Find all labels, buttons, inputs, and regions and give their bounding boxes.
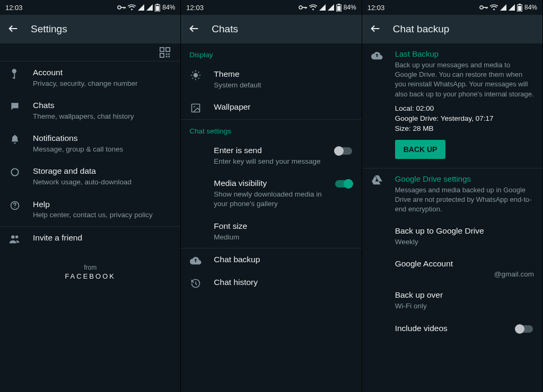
back-icon[interactable] <box>370 23 381 36</box>
svg-rect-3 <box>125 7 126 8</box>
svg-rect-9 <box>160 54 164 57</box>
chats-item-history[interactable]: Chat history <box>181 271 361 295</box>
section-display: Display <box>181 43 361 63</box>
svg-rect-32 <box>487 7 487 8</box>
vpn-key-icon <box>479 5 488 10</box>
gdrive-block: Google Drive settings Messages and media… <box>362 168 542 220</box>
svg-rect-1 <box>121 7 125 8</box>
settings-item-invite[interactable]: Invite a friend <box>0 227 180 250</box>
cloud-upload-icon <box>189 254 202 265</box>
signal-icon <box>319 4 326 11</box>
item-sub: Help center, contact us, privacy policy <box>33 210 172 220</box>
chat-icon <box>8 100 21 112</box>
svg-rect-22 <box>306 7 306 8</box>
settings-item-chats[interactable]: Chats Theme, wallpapers, chat history <box>0 94 180 127</box>
settings-item-notifications[interactable]: Notifications Message, group & call tone… <box>0 127 180 160</box>
chats-item-backup[interactable]: Chat backup <box>181 248 361 271</box>
svg-point-26 <box>194 73 198 77</box>
chats-item-media[interactable]: Media visibility Show newly downloaded m… <box>181 172 361 215</box>
vpn-key-icon <box>299 5 307 10</box>
last-backup-gdrive: Google Drive: Yesterday, 07:17 <box>395 114 534 122</box>
gdrive-over[interactable]: Back up over Wi-Fi only <box>362 284 542 317</box>
settings-item-account[interactable]: Account Privacy, security, change number <box>0 61 180 94</box>
item-label: Storage and data <box>33 166 172 177</box>
toggle-videos[interactable] <box>516 323 534 333</box>
svg-rect-6 <box>156 6 160 11</box>
gdrive-videos[interactable]: Include videos <box>362 317 542 340</box>
screen-chats: 12:03 84% Chats Display Theme System def… <box>181 0 362 392</box>
wifi-icon <box>490 4 498 11</box>
status-right: 84% <box>117 4 175 12</box>
battery-pct: 84% <box>162 4 175 11</box>
item-label: Google Account <box>395 259 534 270</box>
svg-rect-30 <box>483 7 487 8</box>
svg-point-16 <box>14 207 15 208</box>
status-time: 12:03 <box>186 4 204 12</box>
svg-point-0 <box>118 6 121 9</box>
help-icon <box>8 199 21 211</box>
svg-rect-31 <box>486 7 486 8</box>
backup-button[interactable]: BACK UP <box>395 140 446 159</box>
appbar: Chats <box>181 15 361 43</box>
svg-rect-34 <box>519 4 521 5</box>
chats-item-wallpaper[interactable]: Wallpaper <box>181 96 361 119</box>
gdrive-heading: Google Drive settings <box>395 174 534 183</box>
settings-item-storage[interactable]: Storage and data Network usage, auto-dow… <box>0 160 180 193</box>
toggle-media[interactable] <box>335 178 353 188</box>
svg-rect-2 <box>124 7 124 8</box>
bell-icon <box>8 133 21 145</box>
signal-icon <box>500 4 506 11</box>
wallpaper-icon <box>189 102 202 113</box>
last-backup-local: Local: 02:00 <box>395 104 534 112</box>
gdrive-desc: Messages and media backed up in Google D… <box>395 185 534 215</box>
page-title: Chat backup <box>393 23 450 35</box>
chats-item-font[interactable]: Font size Medium <box>181 215 361 248</box>
last-backup-heading: Last Backup <box>395 49 534 58</box>
qr-icon[interactable] <box>159 47 171 60</box>
data-usage-icon <box>8 166 21 177</box>
item-label: Enter is send <box>214 145 323 156</box>
status-right: 84% <box>479 4 537 12</box>
svg-point-14 <box>11 169 18 176</box>
status-right: 84% <box>299 4 356 12</box>
item-label: Chat backup <box>214 254 353 265</box>
wifi-icon <box>309 4 317 11</box>
chats-item-theme[interactable]: Theme System default <box>181 63 361 96</box>
signal-icon-2 <box>328 4 334 11</box>
svg-point-17 <box>11 235 14 238</box>
battery-icon <box>517 4 522 12</box>
svg-rect-21 <box>305 7 305 8</box>
svg-point-19 <box>299 6 302 9</box>
back-icon[interactable] <box>7 23 19 36</box>
svg-rect-5 <box>156 4 159 5</box>
item-sub: Theme, wallpapers, chat history <box>33 112 172 121</box>
toggle-enter[interactable] <box>335 145 353 155</box>
svg-rect-12 <box>166 56 168 57</box>
svg-rect-20 <box>302 7 306 8</box>
item-label: Invite a friend <box>33 233 172 244</box>
settings-item-help[interactable]: Help Help center, contact us, privacy po… <box>0 193 180 226</box>
signal-icon-2 <box>146 4 153 11</box>
item-sub: Weekly <box>395 237 534 247</box>
vpn-key-icon <box>117 5 126 10</box>
back-icon[interactable] <box>188 23 200 36</box>
chats-item-enter[interactable]: Enter is send Enter key will send your m… <box>181 139 361 172</box>
battery-pct: 84% <box>524 4 537 11</box>
item-label: Help <box>33 199 172 210</box>
last-backup-desc: Back up your messages and media to Googl… <box>395 60 534 99</box>
status-time: 12:03 <box>5 4 23 12</box>
brightness-icon <box>189 69 202 81</box>
gdrive-freq[interactable]: Back up to Google Drive Weekly <box>362 220 542 253</box>
item-sub: Show newly downloaded media in your phon… <box>214 190 323 209</box>
svg-rect-35 <box>518 6 522 11</box>
svg-point-18 <box>15 235 18 238</box>
battery-icon <box>336 4 341 12</box>
gdrive-account[interactable]: Google Account @gmail.com <box>362 253 542 284</box>
section-chat-settings: Chat settings <box>181 120 361 139</box>
screen-backup: 12:03 84% Chat backup Last Backup Back u… <box>362 0 543 392</box>
backup-last-block: Last Backup Back up your messages and me… <box>362 43 542 165</box>
svg-point-29 <box>480 6 483 9</box>
last-backup-size: Size: 28 MB <box>395 124 534 132</box>
cloud-upload-icon <box>371 49 383 60</box>
key-icon <box>8 67 21 79</box>
